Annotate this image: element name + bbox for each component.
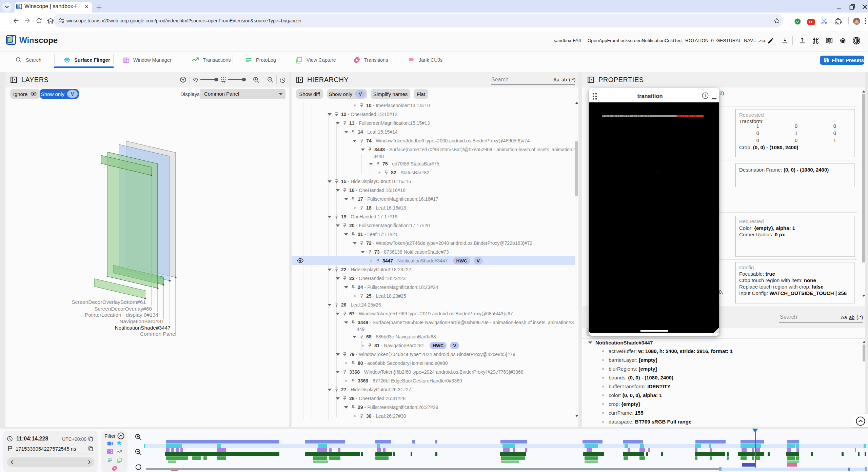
svg-text:ScreenDecorOverlay#60: ScreenDecorOverlay#60 (94, 306, 152, 312)
svg-text:PointerLocation - display 0#13: PointerLocation - display 0#134 (85, 312, 159, 318)
svg-text:Common Panel: Common Panel (140, 331, 176, 337)
svg-text:ScreenDecorOverlayBottom#61: ScreenDecorOverlayBottom#61 (72, 299, 146, 305)
svg-text:NotificationShade#3447: NotificationShade#3447 (115, 325, 171, 331)
svg-text:NavigationBar0#81: NavigationBar0#81 (119, 318, 164, 324)
